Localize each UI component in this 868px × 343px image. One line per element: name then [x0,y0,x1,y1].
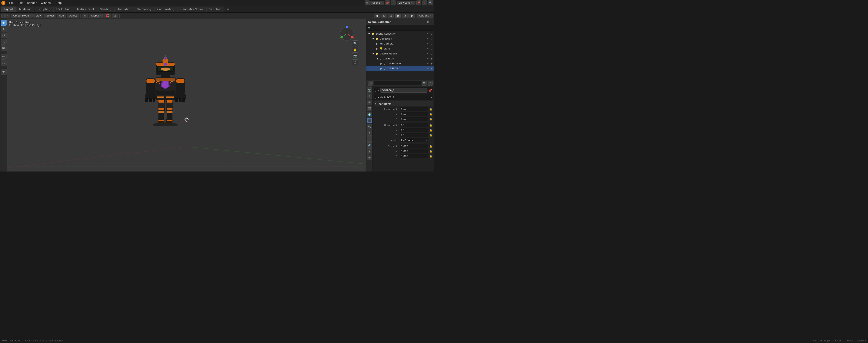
tab-sculpting[interactable]: Sculpting [35,6,53,12]
prop-tab-object[interactable]: ⬛ [367,118,372,123]
object-name-input[interactable] [380,88,428,93]
prop-tab-scene[interactable]: 🎬 [367,106,372,111]
prop-tab-data[interactable]: ▲ [367,149,372,154]
light-eye-icon[interactable]: 👁 [426,47,430,50]
tool-move[interactable]: ✥ [1,26,6,32]
outliner-search-input[interactable] [371,27,433,29]
outliner-scene-collection[interactable]: ▼ 📁 Scene Collection 👁 ⊙ [366,31,434,36]
rotation-x-value[interactable]: 0° [400,123,428,127]
tool-cursor[interactable]: ⊕ [1,20,6,26]
tab-scripting[interactable]: Scripting [206,6,224,12]
tool-annotate[interactable]: ✏ [1,54,6,60]
properties-search-input[interactable] [374,81,421,85]
tab-shading[interactable]: Shading [97,6,114,12]
tool-transform[interactable]: ⊞ [1,45,6,51]
scene-new-icon[interactable]: + [391,0,396,5]
properties-search-icon[interactable]: 🔍 [422,81,427,86]
pivot-btn[interactable]: ⊙ [82,13,88,18]
nav-zoom-in-btn[interactable]: 🔍 [352,40,358,46]
viewport[interactable]: User Perspective (1) 0x549C8 | 0x549C8_1 [7,19,366,172]
scene-pin-icon[interactable]: 📌 [385,0,390,5]
viewlayer-pin-icon[interactable]: 📌 [416,0,421,5]
prop-tab-physics[interactable]: ⚛ [367,136,372,142]
viewlayer-selector[interactable]: ViewLayer ▾ [397,1,415,5]
scale-z-value[interactable]: 1.000 [400,154,428,158]
location-x-lock-icon[interactable]: 🔒 [430,108,432,111]
tab-uv-editing[interactable]: UV Editing [53,6,73,12]
prop-tab-world[interactable]: 🌍 [367,112,372,117]
prop-tab-modifier[interactable]: 🔧 [367,124,372,129]
outliner-light[interactable]: ▶ 💡 Light 👁 ◻ [366,46,434,51]
menu-render[interactable]: Render [25,1,38,5]
location-z-value[interactable]: 0 m [400,117,428,121]
menu-file[interactable]: File [7,1,16,5]
object-pin-icon[interactable]: 📌 [428,89,432,92]
camera-eye-icon[interactable]: 👁 [426,42,430,45]
mesh549c8-1-eye-icon[interactable]: 👁 [426,67,430,70]
tab-layout[interactable]: Layout [1,6,16,12]
prop-tab-view[interactable]: 👁 [367,100,372,105]
mesh549c8-filter-icon[interactable]: ⬣ [430,57,433,60]
select-menu[interactable]: Select [44,13,56,18]
scene-collection-select-icon[interactable]: ⊙ [430,32,433,35]
tool-rotate[interactable]: ↺ [1,33,6,38]
outliner-options-icon[interactable]: ⋮ [430,21,432,24]
viewport-gizmo[interactable]: Z X Y [339,26,355,41]
outliner-camera[interactable]: ▶ 📷 Camera 👁 ◻ [366,41,434,46]
scale-x-lock-icon[interactable]: 🔒 [430,145,432,148]
outliner-filter-icon[interactable]: ⬣ [427,21,429,24]
location-x-value[interactable]: 0 m [400,107,428,111]
gwmb-eye-icon[interactable]: 👁 [426,52,430,55]
transform-section-header[interactable]: ▼ Transform [374,101,433,106]
outliner-0x549c8[interactable]: ▼ ◻ 0x549C8 👁 ⬣ [366,56,434,61]
tab-compositing[interactable]: Compositing [154,6,177,12]
collection-eye-icon[interactable]: 👁 [426,37,430,40]
mesh549c8-0-eye-icon[interactable]: 👁 [426,62,430,65]
rotation-z-lock-icon[interactable]: 🔒 [430,134,432,136]
scale-y-value[interactable]: 1.000 [400,149,428,153]
properties-expand-icon[interactable]: ▾ [428,81,433,86]
snap-btn[interactable]: 🧲 [103,13,111,18]
xray-btn[interactable]: ⊟ [381,13,387,18]
shading-render-btn[interactable]: ● [408,13,415,18]
prop-tab-particles[interactable]: ✦ [367,130,372,135]
prop-tab-render[interactable]: 📷 [367,88,372,93]
add-menu[interactable]: Add [57,13,66,18]
prop-tab-output[interactable]: 🖨 [367,94,372,99]
prop-tab-constraints[interactable]: 🔗 [367,142,372,148]
mesh549c8-eye-icon[interactable]: 👁 [426,57,430,60]
view-menu[interactable]: View [33,13,43,18]
proportional-btn[interactable]: ◎ [112,13,118,18]
scene-collection-eye-icon[interactable]: 👁 [426,32,430,35]
shading-solid-btn[interactable]: ● [395,13,401,18]
tab-geometry-nodes[interactable]: Geometry Nodes [178,6,206,12]
location-y-lock-icon[interactable]: 🔒 [430,113,432,116]
tab-animation[interactable]: Animation [114,6,134,12]
nav-pan-btn[interactable]: ✋ [352,47,358,53]
outliner-0x549c8-0[interactable]: ▶ ◻ 0x549C8_0 👁 ⬣ [366,61,434,66]
prop-tab-material[interactable]: ● [367,155,372,160]
nav-perspective-btn[interactable]: ⬡ [352,59,358,65]
menu-edit[interactable]: Edit [16,1,25,5]
render-icon[interactable]: ◉ [365,0,370,5]
scale-y-lock-icon[interactable]: 🔒 [430,150,432,153]
shading-material-btn[interactable]: ◑ [402,13,408,18]
scale-x-value[interactable]: 1.000 [400,144,428,148]
gwmb-select-icon[interactable]: ◻ [430,52,433,55]
nav-camera-btn[interactable]: 📷 [352,53,358,59]
search-icon[interactable]: 🔍 [428,0,433,5]
camera-select-icon[interactable]: ◻ [430,42,433,45]
location-z-lock-icon[interactable]: 🔒 [430,118,432,120]
tool-scale[interactable]: ⤡ [1,39,6,45]
tab-modeling[interactable]: Modeling [16,6,35,12]
outliner-0x549c8-1[interactable]: ▶ ◻ 0x549C8_1 👁 ⬣ [366,66,434,71]
global-selector[interactable]: Global ▾ [89,13,103,18]
options-btn[interactable]: Options ▾ [417,13,433,18]
collection-select-icon[interactable]: ◻ [430,37,433,40]
rotation-x-lock-icon[interactable]: 🔒 [430,124,432,127]
properties-type-btn[interactable]: ⬛ [368,81,373,86]
tool-add-cube[interactable]: ⊕ [1,69,6,74]
menu-help[interactable]: Help [54,1,63,5]
rotation-y-lock-icon[interactable]: 🔒 [430,129,432,131]
menu-window[interactable]: Window [39,1,53,5]
